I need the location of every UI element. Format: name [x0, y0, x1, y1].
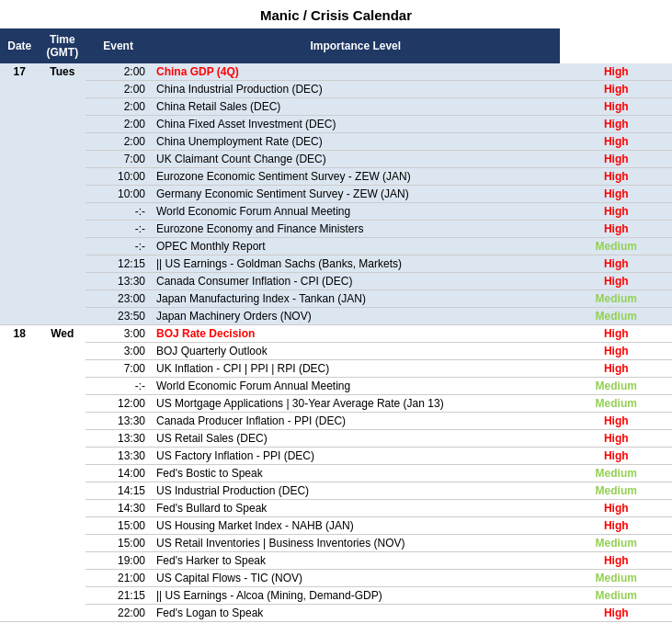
- event-cell: US Housing Market Index - NAHB (JAN): [151, 517, 560, 535]
- event-cell: US Retail Sales (DEC): [151, 430, 560, 448]
- importance-cell: Medium: [560, 238, 672, 255]
- time-cell: 14:15: [85, 482, 151, 500]
- importance-cell: High: [560, 430, 672, 448]
- importance-cell: Medium: [560, 308, 672, 325]
- time-cell: 2:00: [85, 81, 151, 98]
- importance-cell: Medium: [560, 290, 672, 308]
- time-cell: 3:00: [85, 343, 151, 360]
- importance-cell: High: [560, 98, 672, 116]
- time-cell: 23:50: [85, 308, 151, 325]
- event-cell: Eurozone Economy and Finance Ministers: [151, 221, 560, 238]
- time-cell: 2:00: [85, 63, 151, 81]
- importance-cell: High: [560, 151, 672, 168]
- day-cell: Tues: [40, 63, 86, 325]
- time-cell: 21:15: [85, 587, 151, 605]
- time-cell: 21:00: [85, 570, 151, 587]
- time-cell: 10:00: [85, 168, 151, 186]
- event-cell: Fed's Bullard to Speak: [151, 500, 560, 517]
- time-cell: 12:15: [85, 255, 151, 273]
- event-cell: Fed's Logan to Speak: [151, 605, 560, 622]
- event-cell: UK Claimant Count Change (DEC): [151, 151, 560, 168]
- time-cell: 22:00: [85, 605, 151, 622]
- time-cell: 13:30: [85, 448, 151, 465]
- importance-cell: High: [560, 255, 672, 273]
- col-event: Event: [85, 28, 151, 63]
- time-cell: 2:00: [85, 133, 151, 151]
- table-row: 13:30Canada Consumer Inflation - CPI (DE…: [0, 273, 672, 290]
- table-row: 23:50Japan Machinery Orders (NOV)Medium: [0, 308, 672, 325]
- importance-cell: High: [560, 133, 672, 151]
- table-row: -:-OPEC Monthly ReportMedium: [0, 238, 672, 255]
- event-cell: UK Inflation - CPI | PPI | RPI (DEC): [151, 360, 560, 378]
- importance-cell: High: [560, 413, 672, 430]
- event-cell: Canada Consumer Inflation - CPI (DEC): [151, 273, 560, 290]
- event-cell: || US Earnings - Goldman Sachs (Banks, M…: [151, 255, 560, 273]
- event-cell: China Industrial Production (DEC): [151, 81, 560, 98]
- time-cell: 19:00: [85, 552, 151, 570]
- time-cell: 3:00: [85, 325, 151, 343]
- event-cell: Canada Producer Inflation - PPI (DEC): [151, 413, 560, 430]
- time-cell: -:-: [85, 203, 151, 221]
- table-row: 14:30Fed's Bullard to SpeakHigh: [0, 500, 672, 517]
- importance-cell: High: [560, 63, 672, 81]
- event-cell: China Fixed Asset Investment (DEC): [151, 116, 560, 133]
- table-row: 7:00UK Inflation - CPI | PPI | RPI (DEC)…: [0, 360, 672, 378]
- importance-cell: Medium: [560, 587, 672, 605]
- event-cell: World Economic Forum Annual Meeting: [151, 203, 560, 221]
- table-row: 12:00US Mortgage Applications | 30-Year …: [0, 395, 672, 413]
- table-row: 10:00Germany Economic Sentiment Survey -…: [0, 186, 672, 203]
- time-cell: 2:00: [85, 116, 151, 133]
- table-row: 21:00US Capital Flows - TIC (NOV)Medium: [0, 570, 672, 587]
- event-cell: BOJ Quarterly Outlook: [151, 343, 560, 360]
- importance-cell: High: [560, 343, 672, 360]
- event-cell: US Mortgage Applications | 30-Year Avera…: [151, 395, 560, 413]
- time-cell: 13:30: [85, 430, 151, 448]
- event-cell: US Factory Inflation - PPI (DEC): [151, 448, 560, 465]
- importance-cell: High: [560, 186, 672, 203]
- importance-cell: Medium: [560, 535, 672, 552]
- time-cell: 23:00: [85, 290, 151, 308]
- time-cell: 12:00: [85, 395, 151, 413]
- table-row: 2:00China Fixed Asset Investment (DEC)Hi…: [0, 116, 672, 133]
- event-cell: || US Earnings - Alcoa (Mining, Demand-G…: [151, 587, 560, 605]
- col-importance: Importance Level: [151, 28, 560, 63]
- time-cell: 7:00: [85, 360, 151, 378]
- table-row: 19:00Fed's Harker to SpeakHigh: [0, 552, 672, 570]
- page-title: Manic / Crisis Calendar: [0, 0, 672, 28]
- col-date: Date: [0, 28, 40, 63]
- time-cell: 7:00: [85, 151, 151, 168]
- time-cell: -:-: [85, 378, 151, 395]
- table-row: 15:00US Retail Inventories | Business In…: [0, 535, 672, 552]
- table-row: 22:00Fed's Logan to SpeakHigh: [0, 605, 672, 622]
- table-row: 17Tues2:00China GDP (4Q)High: [0, 63, 672, 81]
- event-cell: BOJ Rate Decision: [151, 325, 560, 343]
- importance-cell: Medium: [560, 570, 672, 587]
- day-cell: Wed: [40, 325, 86, 622]
- table-row: 23:00Japan Manufacturing Index - Tankan …: [0, 290, 672, 308]
- importance-cell: Medium: [560, 482, 672, 500]
- importance-cell: Medium: [560, 395, 672, 413]
- importance-cell: High: [560, 168, 672, 186]
- calendar-table: Date Time (GMT) Event Importance Level 1…: [0, 28, 672, 622]
- table-row: 2:00China Unemployment Rate (DEC)High: [0, 133, 672, 151]
- importance-cell: High: [560, 448, 672, 465]
- table-row: 14:00Fed's Bostic to SpeakMedium: [0, 465, 672, 482]
- table-row: 15:00US Housing Market Index - NAHB (JAN…: [0, 517, 672, 535]
- importance-cell: Medium: [560, 378, 672, 395]
- table-row: -:-Eurozone Economy and Finance Minister…: [0, 221, 672, 238]
- importance-cell: High: [560, 517, 672, 535]
- table-row: 10:00Eurozone Economic Sentiment Survey …: [0, 168, 672, 186]
- event-cell: China Unemployment Rate (DEC): [151, 133, 560, 151]
- time-cell: 10:00: [85, 186, 151, 203]
- event-cell: Japan Machinery Orders (NOV): [151, 308, 560, 325]
- event-cell: China GDP (4Q): [151, 63, 560, 81]
- table-row: 14:15US Industrial Production (DEC)Mediu…: [0, 482, 672, 500]
- event-cell: US Retail Inventories | Business Invento…: [151, 535, 560, 552]
- time-cell: 13:30: [85, 273, 151, 290]
- time-cell: 15:00: [85, 517, 151, 535]
- importance-cell: High: [560, 273, 672, 290]
- event-cell: World Economic Forum Annual Meeting: [151, 378, 560, 395]
- event-cell: Japan Manufacturing Index - Tankan (JAN): [151, 290, 560, 308]
- event-cell: Fed's Harker to Speak: [151, 552, 560, 570]
- time-cell: 14:00: [85, 465, 151, 482]
